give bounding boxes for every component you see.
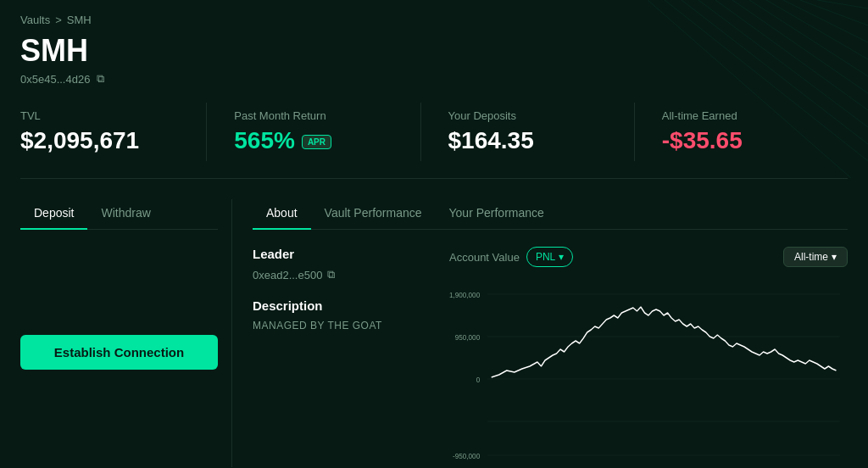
- chart-controls-left: Account Value PNL ▾: [449, 247, 573, 267]
- copy-icon[interactable]: ⧉: [97, 72, 104, 86]
- right-panel: About Vault Performance Your Performance…: [232, 199, 848, 467]
- all-time-value: -$35.65: [662, 127, 821, 154]
- breadcrumb: Vaults > SMH: [20, 14, 848, 26]
- page-title: SMH: [20, 33, 848, 69]
- deposits-value: $164.35: [448, 127, 607, 154]
- chart-area: Account Value PNL ▾ All-time ▾: [449, 247, 848, 467]
- breadcrumb-parent[interactable]: Vaults: [20, 14, 50, 26]
- deposits-label: Your Deposits: [448, 109, 607, 122]
- left-panel: Deposit Withdraw Establish Connection: [20, 199, 232, 467]
- stat-tvl: TVL $2,095,671: [20, 103, 207, 161]
- svg-text:1,900,000: 1,900,000: [449, 291, 480, 299]
- tab-vault-performance[interactable]: Vault Performance: [311, 199, 436, 230]
- alltime-button[interactable]: All-time ▾: [783, 247, 848, 267]
- description-value: MANAGED BY THE GOAT: [253, 320, 422, 332]
- svg-text:-950,000: -950,000: [453, 452, 480, 460]
- svg-text:0: 0: [476, 376, 481, 384]
- tvl-value: $2,095,671: [20, 127, 179, 154]
- breadcrumb-current: SMH: [67, 14, 92, 26]
- apr-badge: APR: [302, 135, 331, 149]
- right-tabs: About Vault Performance Your Performance: [253, 199, 848, 230]
- left-tab-row: Deposit Withdraw: [20, 199, 218, 230]
- about-content: Leader 0xead2...e500 ⧉ Description MANAG…: [253, 247, 848, 467]
- tab-deposit[interactable]: Deposit: [20, 199, 87, 230]
- tab-withdraw[interactable]: Withdraw: [87, 199, 164, 230]
- account-value-label: Account Value: [449, 251, 520, 264]
- all-time-label: All-time Earned: [662, 109, 821, 122]
- tab-about[interactable]: About: [253, 199, 311, 230]
- chevron-down-icon-alltime: ▾: [832, 251, 837, 263]
- stat-your-deposits: Your Deposits $164.35: [448, 103, 635, 161]
- leader-address: 0xead2...e500: [253, 269, 322, 281]
- description-title: Description: [253, 298, 422, 313]
- address-row: 0x5e45...4d26 ⧉: [20, 72, 848, 86]
- leader-title: Leader: [253, 247, 422, 261]
- stat-all-time-earned: All-time Earned -$35.65: [662, 103, 848, 161]
- main-content: Deposit Withdraw Establish Connection Ab…: [20, 199, 848, 467]
- chevron-down-icon: ▾: [559, 251, 564, 263]
- establish-connection-button[interactable]: Establish Connection: [20, 335, 218, 370]
- stat-past-month-return: Past Month Return 565%APR: [234, 103, 420, 161]
- copy-leader-icon[interactable]: ⧉: [327, 268, 335, 281]
- tab-your-performance[interactable]: Your Performance: [436, 199, 558, 230]
- tvl-label: TVL: [20, 109, 179, 122]
- svg-text:950,000: 950,000: [455, 333, 481, 342]
- breadcrumb-separator: >: [55, 14, 62, 26]
- about-left: Leader 0xead2...e500 ⧉ Description MANAG…: [253, 247, 422, 467]
- past-month-label: Past Month Return: [234, 109, 392, 122]
- chart-controls: Account Value PNL ▾ All-time ▾: [449, 247, 848, 267]
- stats-row: TVL $2,095,671 Past Month Return 565%APR…: [20, 103, 848, 179]
- wallet-address: 0x5e45...4d26: [20, 73, 90, 86]
- past-month-value: 565%APR: [234, 127, 392, 154]
- leader-address-row: 0xead2...e500 ⧉: [253, 268, 422, 281]
- performance-chart: 1,900,000 950,000 0 -950,000: [449, 277, 848, 464]
- pnl-button[interactable]: PNL ▾: [526, 247, 573, 267]
